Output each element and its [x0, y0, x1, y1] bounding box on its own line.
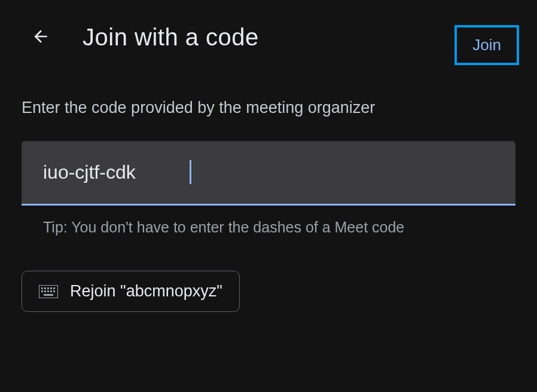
header: Join with a code Join — [0, 0, 537, 63]
svg-rect-10 — [53, 290, 55, 292]
content: Enter the code provided by the meeting o… — [0, 63, 537, 312]
code-input-container — [22, 141, 515, 206]
svg-rect-3 — [47, 287, 49, 289]
rejoin-button[interactable]: Rejoin "abcmnopxyz" — [22, 271, 240, 312]
svg-rect-2 — [44, 287, 46, 289]
tip-text: Tip: You don't have to enter the dashes … — [43, 219, 515, 236]
svg-rect-4 — [50, 287, 52, 289]
svg-rect-1 — [41, 287, 43, 289]
svg-rect-8 — [47, 290, 49, 292]
join-button[interactable]: Join — [454, 25, 519, 65]
arrow-left-icon — [31, 27, 50, 48]
page-title: Join with a code — [83, 24, 259, 51]
svg-rect-5 — [53, 287, 55, 289]
svg-rect-7 — [44, 290, 46, 292]
instruction-text: Enter the code provided by the meeting o… — [22, 99, 515, 117]
code-input[interactable] — [22, 141, 515, 206]
svg-rect-9 — [50, 290, 52, 292]
back-button[interactable] — [29, 26, 53, 50]
svg-rect-11 — [44, 294, 53, 296]
keyboard-icon — [39, 285, 58, 298]
svg-rect-6 — [41, 290, 43, 292]
text-caret — [190, 160, 191, 184]
rejoin-label: Rejoin "abcmnopxyz" — [70, 282, 222, 301]
